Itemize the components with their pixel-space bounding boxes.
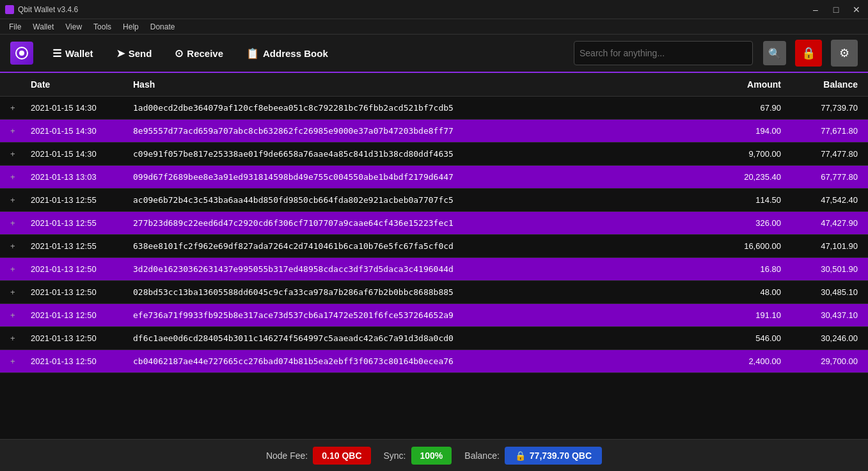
row-balance: 30,501.90 xyxy=(791,258,868,281)
table-row[interactable]: + 2021-01-13 12:50 cb04062187ae44e727665… xyxy=(0,350,868,373)
menu-tools[interactable]: Tools xyxy=(88,21,116,33)
wallet-button[interactable]: ☰ Wallet xyxy=(43,44,102,63)
table-row[interactable]: + 2021-01-15 14:30 c09e91f057be817e25338… xyxy=(0,143,868,166)
row-hash: 3d2d0e16230362631437e995055b317ed48958cd… xyxy=(123,258,714,281)
balance-amount: 77,739.70 QBC xyxy=(530,451,592,461)
send-label: Send xyxy=(129,48,152,59)
table-row[interactable]: + 2021-01-13 12:50 3d2d0e16230362631437e… xyxy=(0,258,868,281)
row-balance: 67,777.80 xyxy=(791,166,868,189)
row-date: 2021-01-13 12:50 xyxy=(20,327,123,350)
table-row[interactable]: + 2021-01-15 14:30 8e95557d77acd659a707a… xyxy=(0,120,868,143)
close-button[interactable]: ✕ xyxy=(850,4,863,15)
maximize-button[interactable]: □ xyxy=(830,4,842,15)
nav-bar: ☰ Wallet ➤ Send ⊙ Receive 📋 Address Book… xyxy=(0,35,868,73)
node-fee-value: 0.10 QBC xyxy=(313,447,370,465)
search-container xyxy=(574,41,753,65)
row-amount: 9,700.00 xyxy=(714,143,791,166)
logo-icon xyxy=(15,46,29,60)
row-plus: + xyxy=(0,166,20,189)
row-plus: + xyxy=(0,235,20,258)
row-date: 2021-01-13 12:50 xyxy=(20,281,123,304)
table-row[interactable]: + 2021-01-13 12:55 638ee8101fc2f962e69df… xyxy=(0,235,868,258)
receive-button[interactable]: ⊙ Receive xyxy=(166,44,232,63)
row-balance: 29,700.00 xyxy=(791,350,868,373)
node-fee-item: Node Fee: 0.10 QBC xyxy=(266,447,371,465)
row-amount: 20,235.40 xyxy=(714,166,791,189)
row-hash: 099d67f2689bee8e3a91ed931814598bd49e755c… xyxy=(123,166,714,189)
row-amount: 16,600.00 xyxy=(714,235,791,258)
window-controls: – □ ✕ xyxy=(809,4,863,15)
menu-file[interactable]: File xyxy=(4,21,26,33)
table-header-row: Date Hash Amount Balance xyxy=(0,73,868,97)
transactions-table-container: Date Hash Amount Balance + 2021-01-15 14… xyxy=(0,73,868,439)
title-bar-left: Qbit Wallet v3.4.6 xyxy=(5,5,78,14)
row-hash: 638ee8101fc2f962e69df827ada7264c2d741046… xyxy=(123,235,714,258)
wallet-label: Wallet xyxy=(65,48,93,59)
row-hash: df6c1aee0d6cd284054b3011c146274f564997c5… xyxy=(123,327,714,350)
row-date: 2021-01-15 14:30 xyxy=(20,143,123,166)
menu-help[interactable]: Help xyxy=(118,21,144,33)
search-button[interactable]: 🔍 xyxy=(763,41,786,65)
row-balance: 30,437.10 xyxy=(791,304,868,327)
row-plus: + xyxy=(0,258,20,281)
row-plus: + xyxy=(0,120,20,143)
row-date: 2021-01-15 14:30 xyxy=(20,97,123,120)
menu-wallet[interactable]: Wallet xyxy=(28,21,59,33)
row-date: 2021-01-13 12:50 xyxy=(20,350,123,373)
table-row[interactable]: + 2021-01-13 12:55 ac09e6b72b4c3c543ba6a… xyxy=(0,189,868,212)
table-row[interactable]: + 2021-01-13 12:50 df6c1aee0d6cd284054b3… xyxy=(0,327,868,350)
row-amount: 16.80 xyxy=(714,258,791,281)
row-balance: 47,542.40 xyxy=(791,189,868,212)
minimize-button[interactable]: – xyxy=(809,4,822,15)
row-hash: ac09e6b72b4c3c543ba6aa44bd850fd9850cb664… xyxy=(123,189,714,212)
row-plus: + xyxy=(0,143,20,166)
row-balance: 30,246.00 xyxy=(791,327,868,350)
balance-value: 🔒 77,739.70 QBC xyxy=(505,447,602,465)
row-plus: + xyxy=(0,304,20,327)
row-plus: + xyxy=(0,350,20,373)
balance-lock-icon: 🔒 xyxy=(515,451,526,461)
col-plus-header xyxy=(0,73,20,97)
col-amount-header: Amount xyxy=(714,73,791,97)
row-hash: 1ad00ecd2dbe364079af120cf8ebeea051c8c792… xyxy=(123,97,714,120)
lock-button[interactable]: 🔒 xyxy=(795,40,822,67)
row-hash: efe736a71f9933fb925b8e317ace73d537cb6a17… xyxy=(123,304,714,327)
sync-value: 100% xyxy=(411,447,452,465)
settings-icon: ⚙ xyxy=(839,46,849,60)
menu-view[interactable]: View xyxy=(60,21,87,33)
row-date: 2021-01-13 12:55 xyxy=(20,189,123,212)
row-balance: 30,485.10 xyxy=(791,281,868,304)
table-row[interactable]: + 2021-01-13 12:50 efe736a71f9933fb925b8… xyxy=(0,304,868,327)
row-hash: 028bd53cc13ba13605588dd6045c9cfa33ca978a… xyxy=(123,281,714,304)
row-date: 2021-01-13 12:55 xyxy=(20,235,123,258)
send-button[interactable]: ➤ Send xyxy=(107,44,161,63)
table-row[interactable]: + 2021-01-13 13:03 099d67f2689bee8e3a91e… xyxy=(0,166,868,189)
row-plus: + xyxy=(0,327,20,350)
addressbook-button[interactable]: 📋 Address Book xyxy=(237,44,337,63)
row-date: 2021-01-13 12:50 xyxy=(20,304,123,327)
search-input[interactable] xyxy=(580,48,727,58)
app-title: Qbit Wallet v3.4.6 xyxy=(18,5,78,14)
menu-donate[interactable]: Donate xyxy=(145,21,180,33)
addressbook-icon: 📋 xyxy=(246,47,259,60)
balance-label: Balance: xyxy=(464,451,499,461)
transactions-table: Date Hash Amount Balance + 2021-01-15 14… xyxy=(0,73,868,373)
row-amount: 326.00 xyxy=(714,212,791,235)
row-hash: cb04062187ae44e727665cc276bad074b81b5ea2… xyxy=(123,350,714,373)
row-plus: + xyxy=(0,97,20,120)
col-balance-header: Balance xyxy=(791,73,868,97)
row-date: 2021-01-13 13:03 xyxy=(20,166,123,189)
settings-button[interactable]: ⚙ xyxy=(831,40,858,67)
table-row[interactable]: + 2021-01-13 12:50 028bd53cc13ba13605588… xyxy=(0,281,868,304)
sync-label: Sync: xyxy=(384,451,406,461)
table-row[interactable]: + 2021-01-15 14:30 1ad00ecd2dbe364079af1… xyxy=(0,97,868,120)
row-balance: 77,671.80 xyxy=(791,120,868,143)
row-balance: 77,739.70 xyxy=(791,97,868,120)
table-row[interactable]: + 2021-01-13 12:55 277b23d689c22eed6d47c… xyxy=(0,212,868,235)
table-body: + 2021-01-15 14:30 1ad00ecd2dbe364079af1… xyxy=(0,97,868,373)
wallet-icon: ☰ xyxy=(52,47,61,60)
row-plus: + xyxy=(0,281,20,304)
app-icon xyxy=(5,5,14,14)
search-icon: 🔍 xyxy=(768,47,781,60)
col-date-header: Date xyxy=(20,73,123,97)
